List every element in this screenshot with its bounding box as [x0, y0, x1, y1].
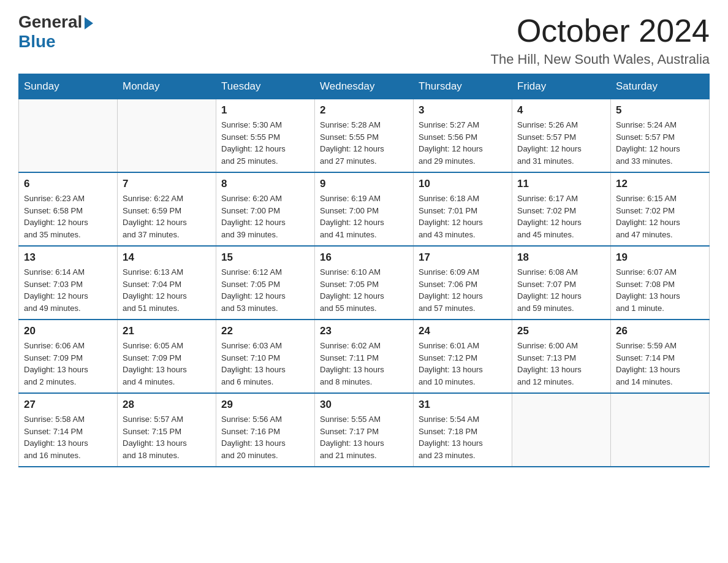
calendar-header-monday: Monday [118, 74, 216, 99]
calendar-cell: 4Sunrise: 5:26 AMSunset: 5:57 PMDaylight… [512, 99, 611, 173]
day-number: 13 [24, 251, 112, 264]
calendar-cell: 23Sunrise: 6:02 AMSunset: 7:11 PMDayligh… [315, 320, 414, 393]
calendar-week-row: 6Sunrise: 6:23 AMSunset: 6:58 PMDaylight… [19, 172, 710, 246]
calendar-header-tuesday: Tuesday [216, 74, 315, 99]
day-number: 29 [221, 399, 309, 411]
calendar-cell [611, 393, 710, 467]
day-number: 26 [616, 325, 704, 337]
day-number: 17 [419, 251, 507, 264]
day-number: 4 [517, 104, 605, 117]
day-info: Sunrise: 6:13 AMSunset: 7:04 PMDaylight:… [123, 266, 211, 314]
calendar-cell: 18Sunrise: 6:08 AMSunset: 7:07 PMDayligh… [512, 246, 611, 320]
day-info: Sunrise: 5:30 AMSunset: 5:55 PMDaylight:… [221, 119, 309, 167]
calendar-cell: 22Sunrise: 6:03 AMSunset: 7:10 PMDayligh… [216, 320, 315, 393]
day-number: 7 [123, 178, 211, 190]
day-number: 19 [616, 251, 704, 264]
calendar-cell: 24Sunrise: 6:01 AMSunset: 7:12 PMDayligh… [414, 320, 512, 393]
day-number: 12 [616, 178, 704, 190]
calendar-cell: 19Sunrise: 6:07 AMSunset: 7:08 PMDayligh… [611, 246, 710, 320]
day-info: Sunrise: 6:18 AMSunset: 7:01 PMDaylight:… [419, 193, 507, 240]
calendar-cell: 27Sunrise: 5:58 AMSunset: 7:14 PMDayligh… [19, 393, 118, 467]
day-info: Sunrise: 5:24 AMSunset: 5:57 PMDaylight:… [616, 119, 704, 167]
day-info: Sunrise: 5:55 AMSunset: 7:17 PMDaylight:… [320, 413, 408, 461]
calendar-cell: 1Sunrise: 5:30 AMSunset: 5:55 PMDaylight… [216, 99, 315, 173]
calendar-cell: 5Sunrise: 5:24 AMSunset: 5:57 PMDaylight… [611, 99, 710, 173]
calendar-cell: 17Sunrise: 6:09 AMSunset: 7:06 PMDayligh… [414, 246, 512, 320]
logo-arrow-icon [85, 17, 93, 29]
calendar-cell: 11Sunrise: 6:17 AMSunset: 7:02 PMDayligh… [512, 172, 611, 246]
day-number: 14 [123, 251, 211, 264]
calendar-header-row: SundayMondayTuesdayWednesdayThursdayFrid… [19, 74, 710, 99]
day-info: Sunrise: 6:00 AMSunset: 7:13 PMDaylight:… [517, 340, 605, 388]
calendar-cell: 3Sunrise: 5:27 AMSunset: 5:56 PMDaylight… [414, 99, 512, 173]
day-number: 15 [221, 251, 309, 264]
day-info: Sunrise: 6:10 AMSunset: 7:05 PMDaylight:… [320, 266, 408, 314]
day-number: 9 [320, 178, 408, 190]
day-number: 5 [616, 104, 704, 117]
calendar-cell [118, 99, 216, 173]
day-info: Sunrise: 5:28 AMSunset: 5:55 PMDaylight:… [320, 119, 408, 167]
day-info: Sunrise: 6:14 AMSunset: 7:03 PMDaylight:… [24, 266, 112, 314]
day-number: 1 [221, 104, 309, 117]
calendar-cell: 13Sunrise: 6:14 AMSunset: 7:03 PMDayligh… [19, 246, 118, 320]
day-info: Sunrise: 6:12 AMSunset: 7:05 PMDaylight:… [221, 266, 309, 314]
day-info: Sunrise: 6:19 AMSunset: 7:00 PMDaylight:… [320, 193, 408, 240]
calendar-table: SundayMondayTuesdayWednesdayThursdayFrid… [18, 74, 710, 467]
calendar-cell: 29Sunrise: 5:56 AMSunset: 7:16 PMDayligh… [216, 393, 315, 467]
calendar-cell: 30Sunrise: 5:55 AMSunset: 7:17 PMDayligh… [315, 393, 414, 467]
calendar-header-friday: Friday [512, 74, 611, 99]
day-info: Sunrise: 6:03 AMSunset: 7:10 PMDaylight:… [221, 340, 309, 388]
day-info: Sunrise: 6:09 AMSunset: 7:06 PMDaylight:… [419, 266, 507, 314]
calendar-header-thursday: Thursday [414, 74, 512, 99]
day-info: Sunrise: 5:56 AMSunset: 7:16 PMDaylight:… [221, 413, 309, 461]
day-info: Sunrise: 5:54 AMSunset: 7:18 PMDaylight:… [419, 413, 507, 461]
calendar-cell: 20Sunrise: 6:06 AMSunset: 7:09 PMDayligh… [19, 320, 118, 393]
day-info: Sunrise: 6:01 AMSunset: 7:12 PMDaylight:… [419, 340, 507, 388]
day-number: 22 [221, 325, 309, 337]
day-number: 24 [419, 325, 507, 337]
logo-blue-text: Blue [18, 32, 56, 52]
day-number: 3 [419, 104, 507, 117]
day-number: 18 [517, 251, 605, 264]
title-section: October 2024 The Hill, New South Wales, … [491, 12, 710, 67]
calendar-cell: 25Sunrise: 6:00 AMSunset: 7:13 PMDayligh… [512, 320, 611, 393]
calendar-header-wednesday: Wednesday [315, 74, 414, 99]
calendar-cell: 15Sunrise: 6:12 AMSunset: 7:05 PMDayligh… [216, 246, 315, 320]
day-number: 11 [517, 178, 605, 190]
calendar-cell: 8Sunrise: 6:20 AMSunset: 7:00 PMDaylight… [216, 172, 315, 246]
day-info: Sunrise: 6:07 AMSunset: 7:08 PMDaylight:… [616, 266, 704, 314]
calendar-cell: 12Sunrise: 6:15 AMSunset: 7:02 PMDayligh… [611, 172, 710, 246]
calendar-header-saturday: Saturday [611, 74, 710, 99]
calendar-cell: 21Sunrise: 6:05 AMSunset: 7:09 PMDayligh… [118, 320, 216, 393]
calendar-week-row: 1Sunrise: 5:30 AMSunset: 5:55 PMDaylight… [19, 99, 710, 173]
day-number: 30 [320, 399, 408, 411]
location-title: The Hill, New South Wales, Australia [491, 52, 710, 67]
calendar-cell: 2Sunrise: 5:28 AMSunset: 5:55 PMDaylight… [315, 99, 414, 173]
calendar-cell [512, 393, 611, 467]
logo-general-text: General [18, 12, 82, 32]
day-number: 8 [221, 178, 309, 190]
day-info: Sunrise: 6:20 AMSunset: 7:00 PMDaylight:… [221, 193, 309, 240]
day-info: Sunrise: 5:26 AMSunset: 5:57 PMDaylight:… [517, 119, 605, 167]
calendar-cell: 28Sunrise: 5:57 AMSunset: 7:15 PMDayligh… [118, 393, 216, 467]
day-number: 27 [24, 399, 112, 411]
calendar-cell: 16Sunrise: 6:10 AMSunset: 7:05 PMDayligh… [315, 246, 414, 320]
day-number: 25 [517, 325, 605, 337]
day-info: Sunrise: 6:02 AMSunset: 7:11 PMDaylight:… [320, 340, 408, 388]
day-info: Sunrise: 6:17 AMSunset: 7:02 PMDaylight:… [517, 193, 605, 240]
calendar-cell: 26Sunrise: 5:59 AMSunset: 7:14 PMDayligh… [611, 320, 710, 393]
calendar-week-row: 27Sunrise: 5:58 AMSunset: 7:14 PMDayligh… [19, 393, 710, 467]
day-info: Sunrise: 6:23 AMSunset: 6:58 PMDaylight:… [24, 193, 112, 240]
day-info: Sunrise: 5:57 AMSunset: 7:15 PMDaylight:… [123, 413, 211, 461]
day-number: 6 [24, 178, 112, 190]
day-info: Sunrise: 5:27 AMSunset: 5:56 PMDaylight:… [419, 119, 507, 167]
calendar-cell: 9Sunrise: 6:19 AMSunset: 7:00 PMDaylight… [315, 172, 414, 246]
day-info: Sunrise: 6:15 AMSunset: 7:02 PMDaylight:… [616, 193, 704, 240]
day-number: 10 [419, 178, 507, 190]
day-number: 20 [24, 325, 112, 337]
day-info: Sunrise: 6:06 AMSunset: 7:09 PMDaylight:… [24, 340, 112, 388]
day-number: 31 [419, 399, 507, 411]
day-number: 21 [123, 325, 211, 337]
day-number: 23 [320, 325, 408, 337]
calendar-header-sunday: Sunday [19, 74, 118, 99]
